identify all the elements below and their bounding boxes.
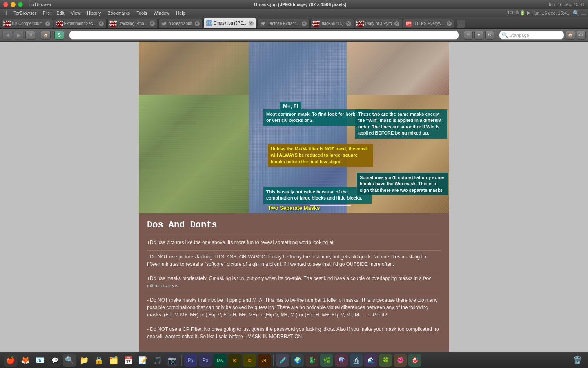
dock-mail[interactable]: 📧 bbox=[33, 354, 47, 367]
forward-button[interactable]: ▶ bbox=[14, 31, 24, 40]
titlebar-right: lun. 16 déc. 15:41 bbox=[549, 2, 585, 7]
dock-app-3[interactable]: 🐉 bbox=[305, 354, 318, 367]
dock-app-10[interactable]: 🎯 bbox=[408, 354, 421, 367]
minimize-button[interactable] bbox=[11, 2, 16, 7]
tab-lactose[interactable]: AR Lactose Extract... ✕ bbox=[257, 19, 309, 28]
tab-close-9[interactable]: ✕ bbox=[447, 21, 452, 26]
menu-edit[interactable]: Edit bbox=[53, 9, 67, 17]
tab-diary-pyro[interactable]: NOPEBEER Diary of a Pyro ✕ bbox=[355, 19, 402, 28]
search-bar[interactable]: 🔍 Startpage bbox=[499, 31, 564, 40]
tab-close-2[interactable]: ✕ bbox=[99, 21, 104, 26]
dock-app-1[interactable]: 🧪 bbox=[276, 354, 289, 367]
dock-finder[interactable]: 🍎 bbox=[4, 354, 17, 367]
dock-spotlight[interactable]: 🔍 bbox=[63, 354, 76, 367]
window-title: Gmask.jpg (JPEG Image, 792 × 1506 pixels… bbox=[51, 2, 549, 7]
tab-bb-compendium[interactable]: NOPEBEER BB Compendium ✕ bbox=[2, 19, 53, 28]
dock-app-5[interactable]: ⚗️ bbox=[335, 354, 348, 367]
dock-illustrator[interactable]: Ai bbox=[258, 354, 271, 367]
tab-https[interactable]: EFF HTTPS Everyw... ✕ bbox=[403, 19, 454, 28]
dock-chat[interactable]: 💬 bbox=[48, 354, 61, 367]
tab-close-7[interactable]: ✕ bbox=[346, 21, 351, 26]
search-placeholder: Startpage bbox=[510, 33, 529, 38]
tab-close-3[interactable]: ✕ bbox=[150, 21, 155, 26]
paragraph-5: - Do NOT use a CP Filter. No ones going … bbox=[147, 323, 441, 340]
dock-trash[interactable]: 🗑️ bbox=[571, 354, 584, 367]
settings-button[interactable]: ⚙ bbox=[577, 31, 586, 40]
menu-view[interactable]: View bbox=[67, 9, 84, 17]
apple-menu[interactable]:  bbox=[2, 9, 10, 17]
tab-icon-nope-2: NOPEBEER bbox=[57, 21, 62, 27]
tab-label-4: nuclearrabbit bbox=[169, 21, 192, 26]
dock-app-4[interactable]: 🌿 bbox=[320, 354, 333, 367]
tab-experiment[interactable]: NOPEBEER Experiment Sec... ✕ bbox=[54, 19, 107, 28]
tab-close-4[interactable]: ✕ bbox=[195, 21, 200, 26]
dock-divider-1 bbox=[181, 355, 182, 366]
menu-bookmarks[interactable]: Bookmarks bbox=[104, 9, 133, 17]
reload-button[interactable]: ↺ bbox=[25, 31, 35, 40]
close-button[interactable] bbox=[3, 2, 8, 7]
dock-app-2[interactable]: 🌍 bbox=[291, 354, 304, 367]
tab-label-6: Lactose Extract... bbox=[267, 21, 299, 26]
bookmark-star[interactable]: ☆ bbox=[464, 31, 473, 40]
dock-calendar[interactable]: 📅 bbox=[122, 354, 135, 367]
menu-torbrowser[interactable]: TorBrowser bbox=[10, 9, 40, 17]
menu-help[interactable]: Help bbox=[173, 9, 189, 17]
clock: lun. 16 déc. 15:41 bbox=[534, 11, 569, 16]
dock-dreamweaver[interactable]: Dw bbox=[214, 354, 227, 367]
refresh-button[interactable]: ↺ bbox=[485, 31, 494, 40]
dock-app-8[interactable]: 🍀 bbox=[379, 354, 392, 367]
tab-label-3: Crackling Smo... bbox=[118, 21, 147, 26]
dock-photoshop-2[interactable]: Ps bbox=[199, 354, 212, 367]
dock-keychain[interactable]: 🔒 bbox=[92, 354, 105, 367]
url-bar[interactable] bbox=[69, 31, 459, 40]
s-button[interactable]: S bbox=[54, 31, 64, 40]
image-top-left bbox=[139, 42, 249, 95]
tab-close-6[interactable]: ✕ bbox=[302, 21, 307, 26]
tab-blacksunhq[interactable]: NOPEBEER BlackSunHQ ✕ bbox=[310, 19, 354, 28]
paragraph-1: +Do use pictures like the one above. Its… bbox=[147, 239, 441, 246]
tab-label-8: Diary of a Pyro bbox=[365, 21, 392, 26]
bookmark-down[interactable]: ▾ bbox=[474, 31, 483, 40]
tab-label-7: BlackSunHQ bbox=[321, 21, 344, 26]
menu-window[interactable]: Window bbox=[150, 9, 173, 17]
dock-music[interactable]: 🎵 bbox=[151, 354, 164, 367]
paragraph-3: +Do use masks moderately. Gmasking is fu… bbox=[147, 272, 441, 289]
tab-close-1[interactable]: ✕ bbox=[45, 21, 50, 26]
dock-photos[interactable]: 📷 bbox=[166, 354, 179, 367]
dock-divider-2 bbox=[273, 355, 274, 366]
dock-system[interactable]: 🗂️ bbox=[107, 354, 120, 367]
menubar:  TorBrowser File Edit View History Book… bbox=[0, 9, 588, 17]
dock-indesign-2[interactable]: Id bbox=[243, 354, 256, 367]
dock-app-9[interactable]: 🌺 bbox=[394, 354, 407, 367]
tab-icon-https: EFF bbox=[406, 21, 412, 27]
tab-crackling[interactable]: NOPEBEER Crackling Smo... ✕ bbox=[107, 19, 158, 28]
dock-app-7[interactable]: 🌊 bbox=[364, 354, 377, 367]
tab-close-8[interactable]: ✕ bbox=[394, 21, 399, 26]
section-title: Dos And Donts bbox=[147, 220, 441, 233]
menu-file[interactable]: File bbox=[40, 9, 53, 17]
new-tab-button[interactable]: + bbox=[457, 20, 465, 28]
page-content: M+, FI Most common mask. To find look fo… bbox=[139, 42, 449, 352]
tab-label-1: BB Compendium bbox=[12, 21, 43, 26]
content-area[interactable]: M+, FI Most common mask. To find look fo… bbox=[0, 42, 588, 352]
maximize-button[interactable] bbox=[18, 2, 23, 7]
image-center bbox=[249, 42, 347, 213]
menu-history[interactable]: History bbox=[84, 9, 104, 17]
dock: 🍎 🦊 📧 💬 🔍 📁 🔒 🗂️ 📅 📝 🎵 📷 Ps Ps Dw Id Id … bbox=[0, 352, 588, 368]
dock-notes[interactable]: 📝 bbox=[136, 354, 149, 367]
home-nav-button[interactable]: 🏠 bbox=[566, 31, 575, 40]
dock-photoshop[interactable]: Ps bbox=[184, 354, 197, 367]
tab-gmask[interactable]: JPG Gmask.jpg (JPE... ✕ bbox=[203, 18, 257, 28]
dock-finder-2[interactable]: 📁 bbox=[78, 354, 91, 367]
image-mosaic bbox=[139, 42, 449, 213]
tab-icon-nope-1: NOPEBEER bbox=[4, 21, 10, 27]
dock-app-6[interactable]: 🔬 bbox=[350, 354, 363, 367]
menu-tools[interactable]: Tools bbox=[133, 9, 150, 17]
back-button[interactable]: ◀ bbox=[2, 31, 12, 40]
tab-nuclearrabbit[interactable]: AR nuclearrabbit ✕ bbox=[158, 19, 203, 28]
dock-firefox[interactable]: 🦊 bbox=[19, 354, 32, 367]
home-button[interactable]: 🏠 bbox=[41, 31, 51, 40]
titlebar: TorBrowser Gmask.jpg (JPEG Image, 792 × … bbox=[0, 0, 588, 9]
dock-indesign[interactable]: Id bbox=[228, 354, 241, 367]
tab-close-5[interactable]: ✕ bbox=[249, 21, 254, 26]
